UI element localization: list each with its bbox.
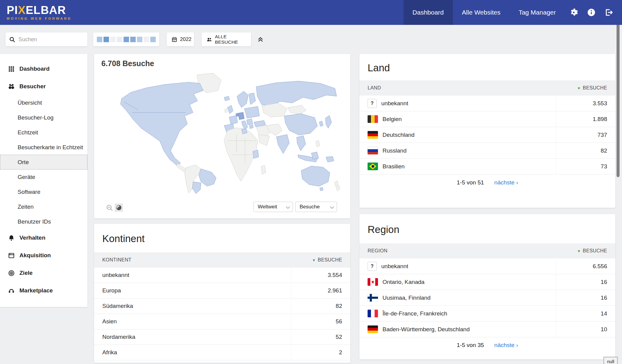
flag-brazil-icon — [368, 163, 378, 170]
sidebar-item-besucherkarte-in-echtzeit[interactable]: Besucherkarte in Echtzeit — [0, 140, 87, 155]
brand-tagline: MOVING WEB FORWARD — [7, 17, 72, 20]
map-north-america — [121, 82, 203, 165]
sidebar-item-label: Ziele — [19, 270, 32, 276]
table-row[interactable]: Deutschland737 — [359, 127, 615, 143]
browser-window-icon — [8, 252, 15, 259]
map-japan — [325, 115, 331, 128]
sidebar-item-label: Besucher-Log — [18, 114, 53, 121]
region-pagination: 1-5 von 35 nächste › — [359, 342, 615, 349]
sidebar-item-label: Besucherkarte in Echtzeit — [18, 144, 83, 151]
settings-icon[interactable] — [565, 0, 583, 25]
sidebar-item-ziele[interactable]: Ziele — [0, 264, 87, 282]
sidebar-item-uebersicht[interactable]: Übersicht — [0, 95, 87, 110]
page: PIXELBAR MOVING WEB FORWARD Dashboard Al… — [0, 0, 622, 364]
sparkline-cell — [124, 37, 129, 42]
map-metric-select[interactable]: Besuche — [295, 202, 337, 212]
sidebar-item-marketplace[interactable]: Marketplace — [0, 282, 87, 299]
sort-desc-icon — [577, 85, 581, 91]
map-finland — [249, 93, 256, 105]
target-icon — [8, 270, 15, 277]
pagination-next-link[interactable]: nächste › — [494, 179, 518, 186]
sparkline-cell — [130, 37, 136, 42]
collapse-chevrons-icon[interactable] — [257, 35, 265, 44]
sidebar-item-besucher[interactable]: Besucher — [0, 78, 87, 95]
sidebar-item-label: Dashboard — [19, 66, 49, 72]
search-input[interactable] — [19, 36, 84, 43]
sidebar-item-zeiten[interactable]: Zeiten — [0, 199, 87, 214]
flag-belgium-icon — [368, 115, 378, 123]
world-map[interactable] — [100, 70, 345, 194]
table-row[interactable]: Russland82 — [359, 143, 615, 159]
dashboard-icon — [8, 66, 15, 72]
table-row[interactable]: Nordamerika52 — [94, 329, 350, 345]
nav-tag-manager[interactable]: Tag Manager — [509, 0, 565, 25]
map-metric-select-value: Besuche — [300, 204, 320, 210]
table-row[interactable]: Brasilien73 — [359, 159, 615, 174]
region-sort-besuche[interactable]: BESUCHE — [577, 248, 607, 254]
date-range-button[interactable]: 2022 — [167, 32, 194, 46]
table-row[interactable]: Afrika2 — [94, 345, 350, 360]
table-row[interactable]: unbekannt3.554 — [94, 268, 350, 283]
sidebar-item-label: Echtzeit — [18, 129, 38, 136]
table-row[interactable]: Île-de-France, Frankreich14 — [359, 306, 615, 322]
table-row[interactable]: Europa2.961 — [94, 283, 350, 298]
nav-dashboard[interactable]: Dashboard — [403, 0, 453, 25]
top-navbar: PIXELBAR MOVING WEB FORWARD Dashboard Al… — [0, 0, 622, 25]
continent-sort-besuche[interactable]: BESUCHE — [312, 257, 342, 263]
info-icon[interactable] — [583, 0, 600, 25]
country-sort-besuche[interactable]: BESUCHE — [577, 85, 607, 91]
sidebar-item-verhalten[interactable]: Verhalten — [0, 229, 87, 247]
sidebar-item-orte[interactable]: Orte — [0, 155, 87, 170]
table-row[interactable]: unbekannt3.553 — [359, 96, 615, 111]
map-region-select[interactable]: Weltweit — [253, 202, 293, 212]
pagination-range: 1-5 von 51 — [457, 179, 484, 186]
headset-icon — [8, 287, 15, 294]
map-russia — [256, 81, 337, 106]
pagination-range: 1-5 von 35 — [457, 342, 484, 349]
country-report-card: Land LAND BESUCHE unbekannt3.553 Belgien… — [359, 54, 615, 208]
brand-name: PIXELBAR — [7, 5, 72, 16]
page-scrollbar-thumb[interactable] — [617, 2, 620, 177]
sidebar-item-software[interactable]: Software — [0, 184, 87, 199]
table-row[interactable]: Baden-Württemberg, Deutschland10 — [359, 322, 615, 337]
table-row[interactable]: Ontario, Kanada16 — [359, 274, 615, 290]
sidebar-item-echtzeit[interactable]: Echtzeit — [0, 125, 87, 140]
nav-alle-websites[interactable]: Alle Websites — [453, 0, 510, 25]
sidebar-item-akquisition[interactable]: Akquisition — [0, 247, 87, 264]
sidebar-item-label: Geräte — [18, 174, 35, 180]
table-row[interactable]: Asien56 — [94, 314, 350, 329]
sidebar-item-label: Zeiten — [18, 204, 34, 210]
country-card-title: Land — [368, 62, 390, 74]
table-row[interactable]: Südamerika82 — [94, 298, 350, 314]
segment-label: ALLE BESUCHE — [215, 34, 246, 45]
map-kenya — [253, 150, 259, 158]
sparkline-cell — [137, 37, 142, 42]
sparkline-cell — [104, 37, 109, 42]
sidebar-item-label: Verhalten — [19, 234, 46, 241]
brand-logo[interactable]: PIXELBAR MOVING WEB FORWARD — [7, 5, 72, 20]
table-row[interactable]: Belgien1.898 — [359, 111, 615, 127]
map-zoom-out-icon[interactable] — [106, 204, 114, 212]
segment-button[interactable]: ALLE BESUCHE — [202, 32, 251, 46]
sparkline-cell — [97, 37, 102, 42]
sparkline-cell — [117, 37, 122, 42]
sidebar-item-geraete[interactable]: Geräte — [0, 170, 87, 184]
pagination-next-link[interactable]: nächste › — [494, 342, 518, 349]
sidebar-item-benutzer-ids[interactable]: Benutzer IDs — [0, 214, 87, 229]
logout-icon[interactable] — [600, 0, 618, 25]
sidebar-item-dashboard[interactable]: Dashboard — [0, 60, 87, 78]
sidebar-item-label: Orte — [18, 159, 29, 166]
visits-sparkline-widget[interactable] — [93, 32, 159, 46]
flag-canada-icon — [368, 278, 378, 286]
flag-unknown-icon — [368, 262, 377, 271]
table-row[interactable]: unbekannt6.556 — [359, 258, 615, 274]
flag-unknown-icon — [368, 99, 377, 108]
users-icon — [206, 37, 212, 42]
table-row[interactable]: Uusimaa, Finnland16 — [359, 290, 615, 306]
map-africa — [224, 128, 258, 181]
map-globe-icon[interactable] — [115, 204, 123, 212]
sidebar-item-besucher-log[interactable]: Besucher-Log — [0, 110, 87, 125]
map-brazil — [199, 169, 216, 186]
map-germany — [238, 112, 244, 120]
flag-finland-icon — [368, 294, 378, 302]
